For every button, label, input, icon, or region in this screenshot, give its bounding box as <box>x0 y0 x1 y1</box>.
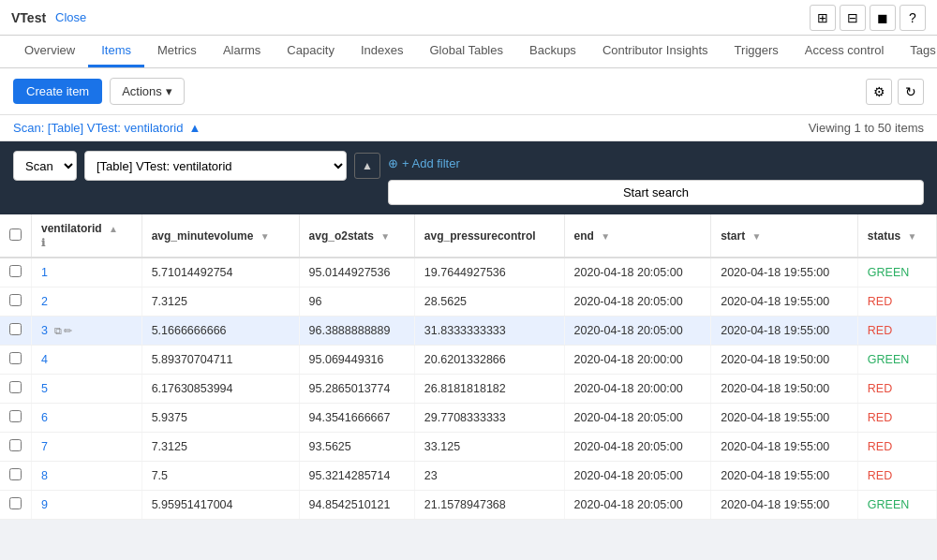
row-checkbox-cell[interactable] <box>0 404 32 433</box>
cell-avg-o2stats: 95.069449316 <box>299 346 414 375</box>
cell-avg-minutevolume: 5.9375 <box>141 404 299 433</box>
cell-start: 2020-04-18 19:55:00 <box>711 433 858 462</box>
row-checkbox-cell[interactable] <box>0 258 32 287</box>
save-icon-btn[interactable]: ⊟ <box>840 5 866 31</box>
edit-icon[interactable]: ✏ <box>64 325 72 336</box>
tab-items[interactable]: Items <box>88 36 144 67</box>
status-badge: GREEN <box>868 266 909 279</box>
ventilatorid-link[interactable]: 6 <box>41 411 48 424</box>
tab-overview[interactable]: Overview <box>11 36 88 67</box>
tab-tags[interactable]: Tags <box>897 36 937 67</box>
row-checkbox[interactable] <box>9 323 22 335</box>
ventilatorid-link[interactable]: 4 <box>41 353 48 366</box>
row-checkbox[interactable] <box>9 381 22 393</box>
ventilatorid-link[interactable]: 2 <box>41 295 48 308</box>
scan-label[interactable]: Scan: [Table] VTest: ventilatorid ▲ <box>13 121 201 135</box>
cell-start: 2020-04-18 19:50:00 <box>711 375 858 404</box>
col-avg-pressurecontrol[interactable]: avg_pressurecontrol <box>414 214 564 258</box>
columns-icon-btn[interactable]: ⊞ <box>810 5 836 31</box>
cell-status: GREEN <box>857 491 936 520</box>
refresh-icon-btn[interactable]: ↻ <box>898 79 924 105</box>
tab-contributor-insights[interactable]: Contributor Insights <box>589 36 721 67</box>
ventilatorid-link[interactable]: 5 <box>41 382 48 395</box>
row-checkbox[interactable] <box>9 497 22 509</box>
scan-select[interactable]: Scan <box>13 151 77 181</box>
cell-status: RED <box>857 287 936 317</box>
cell-start: 2020-04-18 19:55:00 <box>711 404 858 433</box>
cell-ventilatorid: 4 <box>32 346 142 375</box>
cell-avg-minutevolume: 6.17630853994 <box>141 375 299 404</box>
select-all-header[interactable] <box>0 214 32 258</box>
cell-avg-pressurecontrol: 23 <box>414 462 564 491</box>
sort-arrow-end: ▼ <box>601 231 610 242</box>
row-checkbox[interactable] <box>9 352 22 364</box>
cell-ventilatorid: 1 <box>32 258 142 287</box>
cell-avg-pressurecontrol: 29.7708333333 <box>414 404 564 433</box>
cell-ventilatorid: 3 ⧉✏ <box>32 317 142 346</box>
close-link[interactable]: Close <box>55 10 86 24</box>
row-checkbox[interactable] <box>9 294 22 306</box>
cell-start: 2020-04-18 19:50:00 <box>711 346 858 375</box>
settings-icon-btn[interactable]: ⚙ <box>866 79 892 105</box>
cell-avg-o2stats: 96 <box>299 287 414 317</box>
table-header-row: ventilatorid ▲ ℹ avg_minutevolume ▼ avg_… <box>0 214 937 258</box>
status-badge: GREEN <box>868 353 909 366</box>
table-row: 2 7.3125 96 28.5625 2020-04-18 20:05:00 … <box>0 287 937 317</box>
col-start[interactable]: start ▼ <box>711 214 858 258</box>
tab-capacity[interactable]: Capacity <box>274 36 348 67</box>
row-checkbox[interactable] <box>9 468 22 480</box>
create-item-button[interactable]: Create item <box>13 79 102 104</box>
layout-icon-btn[interactable]: ◼ <box>870 5 896 31</box>
tab-backups[interactable]: Backups <box>516 36 589 67</box>
cell-end: 2020-04-18 20:05:00 <box>564 491 711 520</box>
row-checkbox-cell[interactable] <box>0 433 32 462</box>
tab-metrics[interactable]: Metrics <box>144 36 210 67</box>
tab-triggers[interactable]: Triggers <box>721 36 792 67</box>
cell-status: GREEN <box>857 346 936 375</box>
collapse-button[interactable]: ▲ <box>354 153 380 179</box>
row-checkbox[interactable] <box>9 439 22 451</box>
row-checkbox-cell[interactable] <box>0 287 32 317</box>
row-checkbox-cell[interactable] <box>0 346 32 375</box>
col-avg-o2stats[interactable]: avg_o2stats ▼ <box>299 214 414 258</box>
ventilatorid-link[interactable]: 7 <box>41 440 48 453</box>
cell-avg-pressurecontrol: 19.7644927536 <box>414 258 564 287</box>
col-status[interactable]: status ▼ <box>857 214 936 258</box>
cell-ventilatorid: 2 <box>32 287 142 317</box>
tab-access-control[interactable]: Access control <box>792 36 898 67</box>
cell-end: 2020-04-18 20:00:00 <box>564 346 711 375</box>
row-checkbox-cell[interactable] <box>0 462 32 491</box>
ventilatorid-link[interactable]: 8 <box>41 469 48 482</box>
tab-global-tables[interactable]: Global Tables <box>416 36 516 67</box>
row-checkbox[interactable] <box>9 265 22 277</box>
row-checkbox[interactable] <box>9 410 22 422</box>
table-container: ventilatorid ▲ ℹ avg_minutevolume ▼ avg_… <box>0 214 937 520</box>
col-ventilatorid-info: ℹ <box>41 237 132 249</box>
cell-status: RED <box>857 404 936 433</box>
cell-avg-minutevolume: 5.1666666666 <box>141 317 299 346</box>
sort-arrow-start: ▼ <box>752 231 762 242</box>
add-filter-link[interactable]: ⊕ + Add filter <box>388 151 924 176</box>
actions-button[interactable]: Actions ▾ <box>110 78 185 105</box>
col-avg-minutevolume[interactable]: avg_minutevolume ▼ <box>141 214 299 258</box>
table-row: 1 5.71014492754 95.0144927536 19.7644927… <box>0 258 937 287</box>
start-search-button[interactable]: Start search <box>388 180 924 205</box>
ventilatorid-link[interactable]: 1 <box>41 266 48 279</box>
row-checkbox-cell[interactable] <box>0 317 32 346</box>
tab-alarms[interactable]: Alarms <box>210 36 274 67</box>
row-checkbox-cell[interactable] <box>0 375 32 404</box>
ventilatorid-link[interactable]: 3 <box>41 324 48 337</box>
col-ventilatorid[interactable]: ventilatorid ▲ ℹ <box>32 214 142 258</box>
table-select[interactable]: [Table] VTest: ventilatorid <box>84 151 347 181</box>
add-filter-label: + Add filter <box>402 156 460 170</box>
sort-arrow-avg-o2stats: ▼ <box>380 231 390 242</box>
copy-icon[interactable]: ⧉ <box>54 325 62 336</box>
col-end[interactable]: end ▼ <box>564 214 711 258</box>
help-icon-btn[interactable]: ? <box>900 5 926 31</box>
cell-avg-minutevolume: 7.3125 <box>141 433 299 462</box>
select-all-checkbox[interactable] <box>9 228 22 241</box>
ventilatorid-link[interactable]: 9 <box>41 498 48 511</box>
row-checkbox-cell[interactable] <box>0 491 32 520</box>
tab-indexes[interactable]: Indexes <box>348 36 417 67</box>
cell-avg-o2stats: 94.3541666667 <box>299 404 414 433</box>
